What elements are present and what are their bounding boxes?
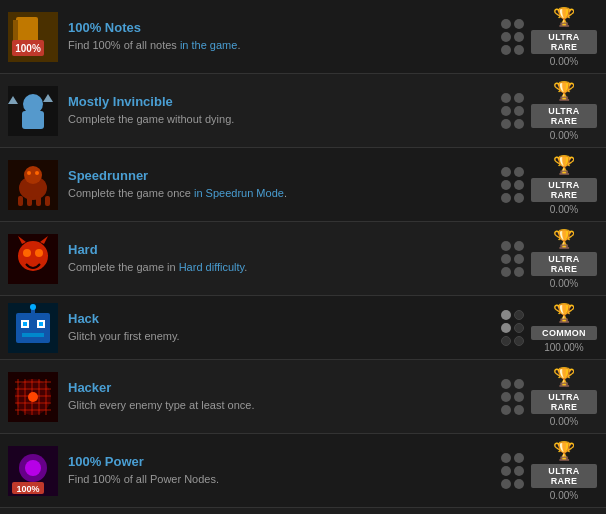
achievement-dot (501, 479, 511, 489)
achievement-dot (514, 93, 524, 103)
achievement-dot (501, 466, 511, 476)
achievement-info: Mostly InvincibleComplete the game witho… (68, 94, 493, 126)
achievement-description: Glitch your first enemy. (68, 329, 493, 343)
achievement-description: Glitch every enemy type at least once. (68, 398, 493, 412)
achievement-icon (8, 234, 58, 284)
svg-point-13 (27, 171, 31, 175)
achievement-row[interactable]: Mostly InvincibleComplete the game witho… (0, 74, 606, 148)
achievement-right: 🏆ULTRA RARE0.00% (501, 80, 598, 141)
achievement-description: Find 100% of all notes in the game. (68, 38, 493, 52)
rarity-badge: ULTRA RARE (531, 252, 597, 276)
achievement-row[interactable]: HackerGlitch every enemy type at least o… (0, 360, 606, 434)
achievement-description: Find 100% of all Power Nodes. (68, 472, 493, 486)
achievement-info: 100% NotesFind 100% of all notes in the … (68, 20, 493, 52)
achievement-right: 🏆ULTRA RARE0.00% (501, 366, 598, 427)
achievement-right: 🏆ULTRA RARE0.00% (501, 154, 598, 215)
svg-rect-15 (18, 196, 23, 206)
rarity-badge: ULTRA RARE (531, 104, 597, 128)
achievement-dot (514, 392, 524, 402)
achievement-dot (514, 119, 524, 129)
achievement-dot (501, 93, 511, 103)
achievement-right: 🏆COMMON100.00% (501, 302, 598, 353)
achievement-icon (8, 303, 58, 353)
achievement-dot (514, 453, 524, 463)
rarity-percentage: 0.00% (550, 416, 578, 427)
rarity-badge: ULTRA RARE (531, 30, 597, 54)
rarity-block: 🏆ULTRA RARE0.00% (530, 6, 598, 67)
svg-point-14 (35, 171, 39, 175)
svg-text:100%: 100% (15, 43, 41, 54)
achievement-dot (514, 267, 524, 277)
achievement-title: Hacker (68, 380, 493, 395)
svg-point-21 (23, 249, 31, 257)
achievement-dot (514, 379, 524, 389)
achievement-dot (501, 379, 511, 389)
achievement-info: HackGlitch your first enemy. (68, 311, 493, 343)
trophy-icon: 🏆 (553, 302, 575, 324)
achievement-list: 100%100% NotesFind 100% of all notes in … (0, 0, 606, 514)
achievement-dot (514, 254, 524, 264)
rarity-block: 🏆COMMON100.00% (530, 302, 598, 353)
achievement-description: Complete the game without dying. (68, 112, 493, 126)
svg-rect-2 (13, 20, 18, 42)
achievement-dot (501, 254, 511, 264)
trophy-icon: 🏆 (553, 440, 575, 462)
achievement-dot (501, 336, 511, 346)
achievement-dot (501, 106, 511, 116)
achievement-dot (514, 466, 524, 476)
achievement-title: Hack (68, 311, 493, 326)
svg-point-12 (24, 166, 42, 184)
achievement-dot (501, 267, 511, 277)
rarity-badge: ULTRA RARE (531, 464, 597, 488)
achievement-row[interactable]: HardComplete the game in Hard difficulty… (0, 222, 606, 296)
achievement-info: HackerGlitch every enemy type at least o… (68, 380, 493, 412)
rarity-block: 🏆ULTRA RARE0.00% (530, 440, 598, 501)
achievement-dot (501, 45, 511, 55)
achievement-description: Complete the game in Hard difficulty. (68, 260, 493, 274)
achievement-dot (514, 405, 524, 415)
svg-point-46 (28, 392, 38, 402)
achievement-row[interactable]: HackGlitch your first enemy.🏆COMMON100.0… (0, 296, 606, 360)
achievement-dots-grid (501, 19, 524, 55)
trophy-icon: 🏆 (553, 80, 575, 102)
achievement-icon: 100% (8, 12, 58, 62)
rarity-block: 🏆ULTRA RARE0.00% (530, 80, 598, 141)
achievement-dot (501, 453, 511, 463)
achievement-row[interactable]: <30%Low %Complete the game with under 40… (0, 508, 606, 514)
rarity-block: 🏆ULTRA RARE0.00% (530, 228, 598, 289)
achievement-title: 100% Notes (68, 20, 493, 35)
achievement-dot (501, 310, 511, 320)
rarity-percentage: 100.00% (544, 342, 583, 353)
achievement-title: Speedrunner (68, 168, 493, 183)
achievement-dot (514, 45, 524, 55)
rarity-percentage: 0.00% (550, 56, 578, 67)
achievement-row[interactable]: 100%100% PowerFind 100% of all Power Nod… (0, 434, 606, 508)
achievement-title: Mostly Invincible (68, 94, 493, 109)
achievement-description: Complete the game once in Speedrun Mode. (68, 186, 493, 200)
svg-rect-16 (27, 196, 32, 206)
achievement-dot (501, 392, 511, 402)
svg-point-33 (30, 304, 36, 310)
achievement-dot (501, 119, 511, 129)
achievement-dot (514, 167, 524, 177)
rarity-badge: ULTRA RARE (531, 178, 597, 202)
achievement-dot (501, 167, 511, 177)
rarity-percentage: 0.00% (550, 204, 578, 215)
achievement-row[interactable]: SpeedrunnerComplete the game once in Spe… (0, 148, 606, 222)
achievement-row[interactable]: 100%100% NotesFind 100% of all notes in … (0, 0, 606, 74)
svg-text:100%: 100% (16, 484, 39, 494)
svg-rect-17 (36, 196, 41, 206)
achievement-dots-grid (501, 167, 524, 203)
achievement-info: 100% PowerFind 100% of all Power Nodes. (68, 454, 493, 486)
achievement-dots-grid (501, 241, 524, 277)
svg-rect-18 (45, 196, 50, 206)
trophy-icon: 🏆 (553, 366, 575, 388)
achievement-dot (501, 180, 511, 190)
achievement-dot (514, 310, 524, 320)
rarity-percentage: 0.00% (550, 490, 578, 501)
svg-rect-31 (22, 333, 44, 337)
rarity-badge: ULTRA RARE (531, 390, 597, 414)
rarity-percentage: 0.00% (550, 130, 578, 141)
achievement-dot (501, 323, 511, 333)
achievement-dot (514, 323, 524, 333)
